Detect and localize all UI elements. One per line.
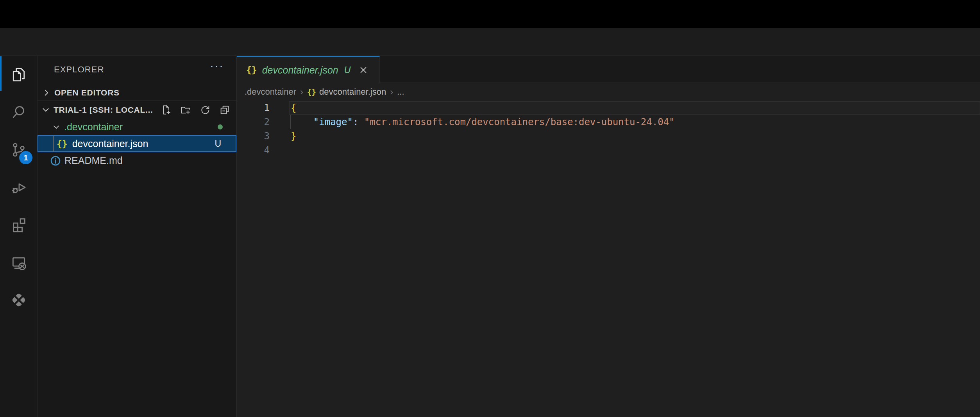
sidebar-header: EXPLORER ··· xyxy=(38,56,236,83)
search-icon xyxy=(10,104,27,121)
code-line-3: 3 } xyxy=(237,129,980,143)
activity-item-run-debug[interactable] xyxy=(0,169,38,206)
info-icon xyxy=(49,155,62,167)
git-untracked-badge: U xyxy=(215,138,221,149)
workspace-actions xyxy=(160,104,236,116)
token-property-key: "image" xyxy=(313,117,353,128)
explorer-sidebar: EXPLORER ··· OPEN EDITORS TRIAL-1 [SSH: … xyxy=(38,56,237,417)
code-editor[interactable]: 1 { 2 "image": "mcr.microsoft.com/devcon… xyxy=(237,101,980,417)
token-string-value: "mcr.microsoft.com/devcontainers/base:de… xyxy=(364,117,675,128)
breadcrumb-ellipsis[interactable]: ... xyxy=(397,87,404,97)
tree-item-devcontainer-json[interactable]: {} devcontainer.json U xyxy=(38,135,236,152)
code-line-4: 4 xyxy=(237,143,980,157)
json-file-icon: {} xyxy=(307,88,316,96)
activity-item-extensions[interactable] xyxy=(0,206,38,244)
debug-icon xyxy=(10,179,27,196)
file-name: README.md xyxy=(64,155,123,166)
top-black-strip xyxy=(0,0,980,28)
tab-untracked-badge: U xyxy=(344,65,351,75)
breadcrumb-separator: › xyxy=(300,86,303,97)
line-number: 3 xyxy=(237,129,270,143)
breadcrumb-file[interactable]: devcontainer.json xyxy=(319,87,386,97)
chevron-down-icon xyxy=(41,105,51,115)
file-tree: .devcontainer {} devcontainer.json U REA… xyxy=(38,119,236,169)
files-icon xyxy=(10,66,27,83)
open-editors-section[interactable]: OPEN EDITORS xyxy=(38,85,236,100)
activity-item-explorer[interactable] xyxy=(0,56,38,93)
section-divider xyxy=(38,101,236,101)
code-line-1: 1 { xyxy=(237,101,980,115)
workspace-label: TRIAL-1 [SSH: LOCAL... xyxy=(54,105,153,115)
chevron-right-icon xyxy=(41,88,52,98)
collapse-all-icon[interactable] xyxy=(219,104,231,116)
close-icon[interactable] xyxy=(358,65,369,75)
tab-bar: {} devcontainer.json U xyxy=(237,56,980,83)
refresh-icon[interactable] xyxy=(199,104,211,116)
extensions-icon xyxy=(10,216,27,234)
vscode-window: Trial-1 [SSH: localhost:32772] 1 xyxy=(0,0,980,417)
token-brace: } xyxy=(291,131,296,142)
remote-explorer-icon xyxy=(10,254,27,271)
line-number: 1 xyxy=(237,101,270,115)
new-folder-icon[interactable] xyxy=(180,104,191,116)
new-file-icon[interactable] xyxy=(160,104,172,116)
breadcrumb-separator: › xyxy=(390,86,393,97)
git-modified-dot xyxy=(218,124,223,129)
token-colon: : xyxy=(353,117,364,128)
sidebar-title: EXPLORER xyxy=(54,65,104,75)
tab-label: devcontainer.json xyxy=(262,65,338,76)
source-control-badge: 1 xyxy=(19,151,32,164)
breadcrumb: .devcontainer › {} devcontainer.json › .… xyxy=(237,83,980,101)
json-file-icon: {} xyxy=(57,139,68,149)
tree-item-devcontainer-folder[interactable]: .devcontainer xyxy=(38,119,236,135)
workspace-section[interactable]: TRIAL-1 [SSH: LOCAL... xyxy=(38,101,236,119)
open-editors-label: OPEN EDITORS xyxy=(54,88,120,97)
tree-item-readme[interactable]: README.md xyxy=(38,152,236,169)
tab-devcontainer-json[interactable]: {} devcontainer.json U xyxy=(237,56,380,83)
activity-item-remote-explorer[interactable] xyxy=(0,244,38,281)
activity-item-search[interactable] xyxy=(0,93,38,131)
folder-name: .devcontainer xyxy=(64,121,123,133)
title-bar: Trial-1 [SSH: localhost:32772] xyxy=(0,28,980,56)
editor-group: {} devcontainer.json U .devcontainer › {… xyxy=(237,56,980,417)
file-name: devcontainer.json xyxy=(72,138,148,149)
token-brace: { xyxy=(291,102,296,113)
line-number: 2 xyxy=(237,115,270,129)
tree-indent-guide xyxy=(53,136,54,151)
breadcrumb-folder[interactable]: .devcontainer xyxy=(245,87,296,97)
code-line-2: 2 "image": "mcr.microsoft.com/devcontain… xyxy=(237,115,980,129)
active-indicator xyxy=(0,56,2,91)
more-actions-button[interactable]: ··· xyxy=(210,59,224,72)
chevron-down-icon xyxy=(52,122,61,132)
line-content: "image": "mcr.microsoft.com/devcontainer… xyxy=(291,115,675,129)
line-content: { xyxy=(291,101,296,115)
activity-item-containers[interactable] xyxy=(0,281,38,319)
activity-item-source-control[interactable]: 1 xyxy=(0,131,38,169)
line-content: } xyxy=(291,129,296,143)
activity-bar: 1 xyxy=(0,56,38,417)
line-number: 4 xyxy=(237,143,270,157)
diamond-icon xyxy=(10,291,27,309)
json-file-icon: {} xyxy=(246,65,257,75)
token-indent xyxy=(291,117,313,128)
